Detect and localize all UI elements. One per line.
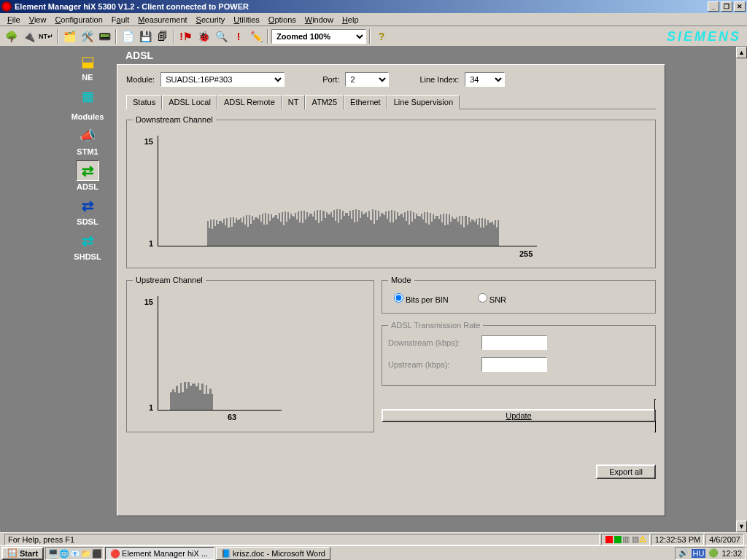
tab-status[interactable]: Status [126, 95, 162, 109]
ie-icon[interactable]: 🌐 [59, 549, 68, 558]
tab-ethernet[interactable]: Ethernet [344, 95, 387, 109]
alert-icon[interactable]: !⚑ [178, 28, 194, 44]
sdsl-icon: ⇄ [76, 195, 99, 216]
port-label: Port: [322, 75, 339, 84]
save-icon[interactable]: 💾 [137, 28, 153, 44]
lineindex-select[interactable]: 34 [465, 72, 505, 87]
us-ymax: 15 [133, 298, 153, 306]
mode-snr-radio[interactable] [478, 293, 487, 303]
menu-window[interactable]: Window [301, 15, 338, 24]
menu-measurement[interactable]: Measurement [133, 15, 191, 24]
nt-icon[interactable]: NT↵ [38, 28, 54, 44]
mode-fieldset: Mode Bits per BIN SNR [382, 276, 656, 314]
scroll-down-icon[interactable]: ▼ [736, 521, 747, 532]
taskbar-app-word[interactable]: 📘 krisz.doc - Microsoft Word [216, 547, 330, 560]
doc-icon[interactable]: 📄 [120, 28, 136, 44]
downstream-chart: 15 1 255 [133, 130, 649, 261]
close-button[interactable]: ✕ [734, 1, 746, 12]
left-gutter [0, 47, 58, 532]
content: ADSL Module: SUADSL:16P#303 Port: 2 Line… [117, 47, 677, 532]
config-icon[interactable]: 🛠️ [79, 28, 95, 44]
update-button[interactable]: Update [382, 399, 656, 432]
cmd-icon[interactable]: ⬛ [92, 549, 101, 558]
rate-up-label: Upstream (kbps): [388, 360, 476, 369]
menu-utilities[interactable]: Utilities [229, 15, 263, 24]
start-button[interactable]: 🪟 Start [1, 547, 44, 560]
brand-logo: SIEMENS [667, 29, 741, 44]
copy-icon[interactable]: 🗐 [155, 28, 171, 44]
tree-icon[interactable]: 🌳 [3, 28, 19, 44]
toolbar-sep5 [369, 29, 371, 44]
port-select[interactable]: 2 [345, 72, 389, 87]
help-icon[interactable]: ? [374, 28, 390, 44]
menu-help[interactable]: Help [338, 15, 363, 24]
volume-icon[interactable]: 🔊 [678, 548, 689, 558]
menu-fault[interactable]: Fault [107, 15, 133, 24]
main-area: ⬓ NE ▦ Modules 📣 STM1 ⇄ ADSL ⇄ SDSL ⇄ SH… [0, 47, 747, 532]
toolbar-sep4 [267, 29, 268, 44]
edit-icon[interactable]: ✏️ [248, 28, 264, 44]
scroll-track[interactable] [736, 58, 747, 521]
module-label: Module: [126, 75, 155, 84]
tray-app-icon[interactable]: 🟢 [708, 548, 719, 558]
taskbar-app-elementmanager[interactable]: 🔴 Element Manager hiX ... [105, 547, 214, 560]
zoom-select[interactable]: Zoomed 100% [271, 29, 366, 44]
toolbar-sep2 [115, 29, 117, 44]
menu-options[interactable]: Options [264, 15, 301, 24]
sidebar-item-ne[interactable]: ⬓ NE [58, 51, 117, 82]
ds-ymin: 1 [133, 239, 153, 248]
module-icon[interactable]: 📟 [96, 28, 112, 44]
tabs: Status ADSL Local ADSL Remote NT ATM25 E… [126, 94, 656, 109]
menu-file[interactable]: File [3, 15, 25, 24]
adsl-icon: ⇄ [76, 160, 99, 181]
sidebar-item-shdsl[interactable]: ⇄ SHDSL [58, 230, 117, 261]
rate-down-input [481, 335, 547, 350]
app-taskbar-icon: 🔴 [110, 549, 119, 558]
tab-nt[interactable]: NT [282, 95, 306, 109]
vscrollbar[interactable]: ▲ ▼ [735, 47, 747, 532]
led-green-icon [614, 536, 622, 543]
quicklaunch[interactable]: 🖥️ 🌐 📧 📁 ⬛ [45, 547, 104, 560]
windows-icon: 🪟 [7, 548, 18, 558]
connect-icon[interactable]: 🔌 [20, 28, 36, 44]
us-ymin: 1 [133, 403, 153, 412]
sidebar-item-sdsl[interactable]: ⇄ SDSL [58, 195, 117, 226]
tab-adsl-local[interactable]: ADSL Local [162, 95, 217, 109]
lang-indicator[interactable]: HU [692, 549, 706, 558]
sidebar-item-adsl[interactable]: ⇄ ADSL [58, 160, 117, 191]
mode-snr[interactable]: SNR [478, 293, 506, 304]
menu-view[interactable]: View [25, 15, 51, 24]
explorer-icon[interactable]: 📁 [81, 549, 90, 558]
ds-xmax: 255 [519, 249, 541, 258]
search-icon[interactable]: 🔍 [213, 28, 229, 44]
rate-legend: ADSL Transmission Rate [388, 321, 483, 330]
minimize-button[interactable]: _ [708, 1, 719, 12]
tab-adsl-remote[interactable]: ADSL Remote [217, 95, 282, 109]
card-icon[interactable]: 🗂️ [61, 28, 77, 44]
sidebar-item-stm1[interactable]: 📣 STM1 [58, 125, 117, 156]
led-red-icon [605, 536, 613, 543]
window-title: Element Manager hiX 5300 V1.2 - Client c… [15, 2, 706, 11]
systray[interactable]: 🔊 HU 🟢 12:32 [675, 547, 746, 560]
module-select[interactable]: SUADSL:16P#303 [160, 72, 285, 87]
window-titlebar: Element Manager hiX 5300 V1.2 - Client c… [0, 0, 747, 13]
desktop-icon[interactable]: 🖥️ [48, 549, 57, 558]
bug-icon[interactable]: 🐞 [196, 28, 212, 44]
menu-security[interactable]: Security [192, 15, 230, 24]
export-button[interactable]: Export all [596, 464, 656, 479]
tab-line-supervision[interactable]: Line Supervision [387, 95, 460, 109]
upstream-legend: Upstream Channel [133, 276, 206, 284]
tab-atm25[interactable]: ATM25 [305, 95, 344, 109]
menu-configuration[interactable]: Configuration [50, 15, 107, 24]
downstream-legend: Downstream Channel [133, 115, 216, 124]
scroll-up-icon[interactable]: ▲ [736, 47, 747, 58]
us-bars [158, 295, 282, 410]
mode-bits[interactable]: Bits per BIN [394, 293, 449, 304]
sidebar-item-chip[interactable]: ▦ [58, 86, 117, 106]
ds-ymax: 15 [133, 137, 153, 146]
mode-bits-radio[interactable] [394, 293, 403, 303]
warn-icon[interactable]: ! [231, 28, 247, 44]
outlook-icon[interactable]: 📧 [70, 549, 79, 558]
maximize-button[interactable]: ❐ [721, 1, 732, 12]
status-help: For Help, press F1 [4, 534, 600, 545]
